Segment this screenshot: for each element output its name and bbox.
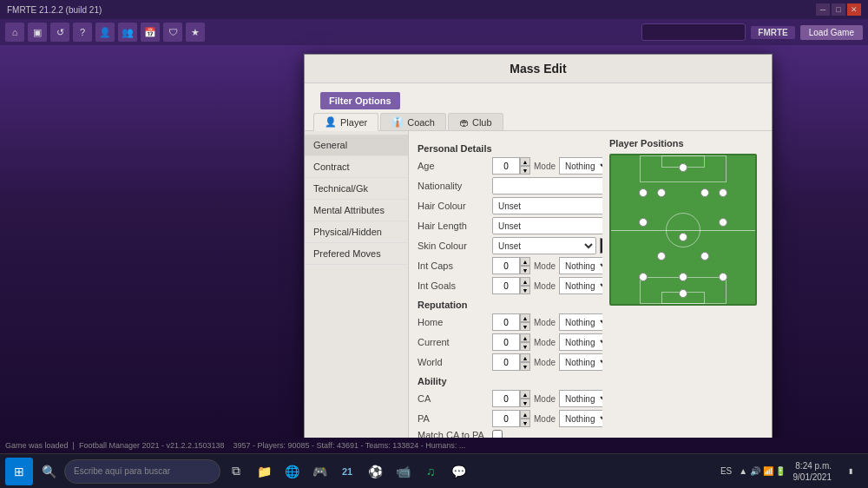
- hair-colour-select[interactable]: Unset: [492, 197, 602, 214]
- windows-start-button[interactable]: ⊞: [5, 458, 33, 485]
- shield-icon[interactable]: 🛡: [163, 23, 182, 42]
- taskbar-search-icon[interactable]: 🔍: [36, 459, 61, 484]
- position-dot[interactable]: [679, 289, 687, 298]
- menu-bar: ⌂ ▣ ↺ ? 👤 👥 📅 🛡 ★ FMRTE Load Game: [0, 19, 868, 45]
- refresh-icon[interactable]: ↺: [50, 23, 69, 42]
- sidebar-item-general[interactable]: General: [305, 135, 408, 156]
- taskbar-fm21[interactable]: 21: [335, 459, 359, 484]
- int-goals-value: ▲ ▼ Mode Nothing Exactly Greater Lesser: [492, 277, 602, 294]
- position-dot[interactable]: [719, 218, 727, 227]
- pa-spin: ▲ ▼: [520, 410, 530, 427]
- maximize-button[interactable]: □: [832, 3, 845, 16]
- age-spin: ▲ ▼: [520, 157, 530, 175]
- int-goals-spin-down[interactable]: ▼: [520, 286, 530, 294]
- position-dot[interactable]: [679, 233, 687, 241]
- skin-colour-select[interactable]: Unset: [492, 237, 596, 254]
- int-caps-mode-select[interactable]: Nothing Exactly Greater Lesser: [559, 257, 602, 274]
- rep-world-mode-select[interactable]: Nothing Exactly Greater Lesser: [559, 353, 602, 371]
- reputation-title: Reputation: [418, 300, 594, 310]
- show-desktop-button[interactable]: ▮: [838, 459, 863, 484]
- rep-current-input[interactable]: [492, 333, 520, 351]
- pa-input[interactable]: [492, 410, 520, 427]
- monitor-icon[interactable]: ▣: [28, 23, 47, 42]
- tab-player[interactable]: 👤 Player: [313, 113, 378, 131]
- int-caps-number-group: ▲ ▼: [492, 257, 530, 274]
- age-spin-up[interactable]: ▲: [520, 157, 530, 166]
- int-goals-mode-select[interactable]: Nothing Exactly Greater Lesser: [559, 277, 602, 294]
- taskbar-fmrte[interactable]: ⚽: [363, 459, 387, 484]
- position-dot[interactable]: [639, 218, 648, 227]
- pa-spin-down[interactable]: ▼: [520, 419, 530, 427]
- help-icon[interactable]: ?: [73, 23, 92, 42]
- group-icon[interactable]: 👥: [118, 23, 137, 42]
- sidebar-item-contract[interactable]: Contract: [305, 156, 408, 178]
- hair-colour-label: Hair Colour: [418, 201, 487, 211]
- taskbar-whatsapp[interactable]: 💬: [446, 459, 470, 484]
- sidebar-item-technical[interactable]: Technical/Gk: [305, 178, 408, 200]
- int-goals-spin-up[interactable]: ▲: [520, 277, 530, 286]
- int-caps-mode-label: Mode: [534, 261, 556, 271]
- age-row: Age ▲ ▼ Mode Nothing Exactly: [418, 157, 594, 175]
- position-dot[interactable]: [719, 188, 727, 197]
- rep-current-spin-up[interactable]: ▲: [520, 333, 530, 342]
- nationality-select[interactable]: [492, 177, 602, 195]
- int-caps-input[interactable]: [492, 257, 520, 274]
- taskbar-steam[interactable]: 🎮: [307, 459, 332, 484]
- position-dot[interactable]: [639, 273, 648, 281]
- person-icon[interactable]: 👤: [95, 23, 115, 42]
- tab-bar: 👤 Player 👔 Coach 🏟 Club: [305, 109, 772, 131]
- position-dot[interactable]: [679, 163, 687, 172]
- rep-current-group: ▲ ▼: [492, 333, 530, 351]
- pa-row: PA ▲ ▼ Mode Nothing Exactly: [418, 410, 594, 427]
- rep-world-spin-down[interactable]: ▼: [520, 362, 530, 371]
- rep-world-spin-up[interactable]: ▲: [520, 353, 530, 362]
- position-dot[interactable]: [700, 252, 709, 260]
- rep-current-spin-down[interactable]: ▼: [520, 342, 530, 351]
- age-spin-down[interactable]: ▼: [520, 166, 530, 175]
- taskbar-task-view[interactable]: ⧉: [224, 459, 248, 484]
- sidebar-item-preferred[interactable]: Prefered Moves: [305, 243, 408, 265]
- position-dot[interactable]: [679, 273, 687, 281]
- position-dot[interactable]: [639, 188, 648, 197]
- hair-length-select[interactable]: Unset: [492, 217, 602, 234]
- taskbar-zoom[interactable]: 📹: [391, 459, 415, 484]
- home-icon[interactable]: ⌂: [5, 23, 24, 42]
- ca-mode-select[interactable]: Nothing Exactly Greater Lesser: [559, 390, 602, 407]
- title-bar-left: FMRTE 21.2.2 (build 21): [7, 5, 102, 15]
- calendar-icon[interactable]: 📅: [141, 23, 160, 42]
- int-caps-spin-up[interactable]: ▲: [520, 257, 530, 266]
- int-goals-input[interactable]: [492, 277, 520, 294]
- close-button[interactable]: ✕: [847, 3, 861, 16]
- taskbar-file-explorer[interactable]: 📁: [252, 459, 276, 484]
- rep-home-input[interactable]: [492, 313, 520, 331]
- rep-home-spin-down[interactable]: ▼: [520, 322, 530, 331]
- ca-spin-down[interactable]: ▼: [520, 399, 530, 407]
- position-dot[interactable]: [719, 273, 727, 281]
- taskbar-spotify[interactable]: ♫: [418, 459, 443, 484]
- taskbar-chrome[interactable]: 🌐: [279, 459, 304, 484]
- rep-home-mode-select[interactable]: Nothing Exactly Greater Lesser: [559, 313, 602, 331]
- tab-coach[interactable]: 👔 Coach: [380, 113, 446, 130]
- sidebar-item-mental[interactable]: Mental Attributes: [305, 200, 408, 221]
- age-mode-select[interactable]: Nothing Exactly Greater Lesser: [559, 157, 602, 175]
- ca-input[interactable]: [492, 390, 520, 407]
- tab-club[interactable]: 🏟 Club: [448, 113, 503, 130]
- minimize-button[interactable]: ─: [816, 3, 830, 16]
- rep-home-spin-up[interactable]: ▲: [520, 313, 530, 322]
- rep-world-input[interactable]: [492, 353, 520, 371]
- search-input[interactable]: [641, 23, 746, 41]
- star-icon[interactable]: ★: [186, 23, 205, 42]
- pa-spin-up[interactable]: ▲: [520, 410, 530, 419]
- position-dot[interactable]: [700, 188, 709, 197]
- rep-world-mode-label: Mode: [534, 358, 556, 367]
- position-dot[interactable]: [657, 188, 666, 197]
- age-input[interactable]: [492, 157, 520, 175]
- position-dot[interactable]: [657, 252, 666, 260]
- load-game-button[interactable]: Load Game: [800, 25, 863, 40]
- taskbar-search-box[interactable]: Escribe aquí para buscar: [64, 459, 220, 484]
- rep-current-mode-select[interactable]: Nothing Exactly Greater Lesser: [559, 333, 602, 351]
- int-caps-spin-down[interactable]: ▼: [520, 266, 530, 274]
- sidebar-item-physical[interactable]: Physical/Hidden: [305, 221, 408, 243]
- pa-mode-select[interactable]: Nothing Exactly Greater Lesser: [559, 410, 602, 427]
- ca-spin-up[interactable]: ▲: [520, 390, 530, 399]
